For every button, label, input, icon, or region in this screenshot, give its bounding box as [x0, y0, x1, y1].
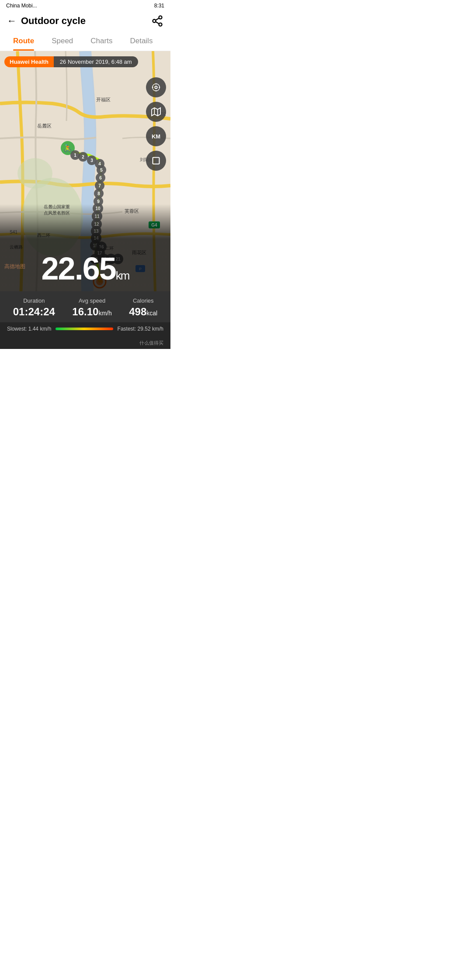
duration-value: 01:24:24 [13, 306, 55, 318]
svg-line-3 [156, 22, 159, 24]
svg-text:2: 2 [82, 155, 84, 159]
svg-point-7 [17, 158, 52, 189]
page-title: Outdoor cycle [21, 15, 86, 27]
stat-duration: Duration 01:24:24 [13, 297, 55, 318]
calories-value: 498kcal [129, 306, 157, 318]
back-button[interactable]: ← [7, 15, 17, 27]
speed-bar-container: Slowest: 1.44 km/h Fastest: 29.52 km/h [0, 322, 170, 337]
stat-calories: Calories 498kcal [129, 297, 157, 318]
bottom-brand: 什么值得买 [139, 340, 163, 346]
svg-text:🚴: 🚴 [63, 144, 72, 152]
svg-marker-72 [152, 108, 160, 116]
fullscreen-button[interactable] [146, 151, 166, 171]
fastest-label: Fastest: 29.52 km/h [118, 326, 163, 332]
slowest-label: Slowest: 1.44 km/h [7, 326, 51, 332]
map-controls: KM [146, 77, 166, 171]
share-icon[interactable] [151, 15, 163, 27]
svg-point-70 [155, 86, 157, 89]
svg-rect-75 [153, 158, 160, 164]
svg-point-71 [153, 84, 160, 91]
svg-line-4 [156, 18, 159, 21]
unit-button[interactable]: KM [146, 126, 166, 146]
duration-label: Duration [23, 297, 45, 304]
time-text: 8:31 [154, 3, 164, 9]
svg-text:1: 1 [74, 153, 76, 158]
tab-speed[interactable]: Speed [43, 31, 82, 51]
tab-details[interactable]: Details [121, 31, 161, 51]
speed-gradient-bar [56, 328, 113, 330]
svg-text:5: 5 [100, 168, 103, 173]
svg-text:8: 8 [97, 191, 100, 196]
location-button[interactable] [146, 77, 166, 97]
svg-text:岳麓区: 岳麓区 [37, 123, 52, 128]
svg-text:开福区: 开福区 [96, 97, 111, 102]
distance-value: 22.65km [42, 251, 129, 286]
avg-speed-label: Avg speed [79, 297, 105, 304]
svg-text:6: 6 [99, 176, 102, 180]
carrier-text: China Mobi... [6, 3, 37, 9]
map-info-bar: Huawei Health 26 November 2019, 6:48 am [4, 56, 138, 67]
date-badge: 26 November 2019, 6:48 am [54, 56, 138, 67]
distance-display: 22.65km [42, 253, 129, 284]
header: ← Outdoor cycle [0, 10, 170, 31]
map-view-button[interactable] [146, 102, 166, 122]
map-watermark: 高德地图 [4, 263, 25, 270]
tab-bar: Route Speed Charts Details [0, 31, 170, 51]
stats-bar: Duration 01:24:24 Avg speed 16.10km/h Ca… [0, 291, 170, 322]
distance-overlay: 22.65km [0, 204, 170, 291]
tab-charts[interactable]: Charts [82, 31, 121, 51]
status-right: 8:31 [154, 3, 164, 9]
header-left: ← Outdoor cycle [7, 15, 86, 27]
status-bar: China Mobi... 8:31 [0, 0, 170, 10]
avg-speed-value: 16.10km/h [72, 306, 111, 318]
svg-text:3: 3 [90, 158, 93, 163]
stat-avg-speed: Avg speed 16.10km/h [72, 297, 111, 318]
huawei-badge: Huawei Health [4, 56, 54, 67]
svg-text:7: 7 [98, 183, 101, 188]
distance-unit: km [116, 269, 129, 282]
calories-label: Calories [133, 297, 154, 304]
tab-route[interactable]: Route [4, 31, 43, 51]
map-container[interactable]: S102 S41 云栖路 南二环 开福区 岳麓区 岳麓山国家重 点风景名胜区 芙… [0, 51, 170, 291]
